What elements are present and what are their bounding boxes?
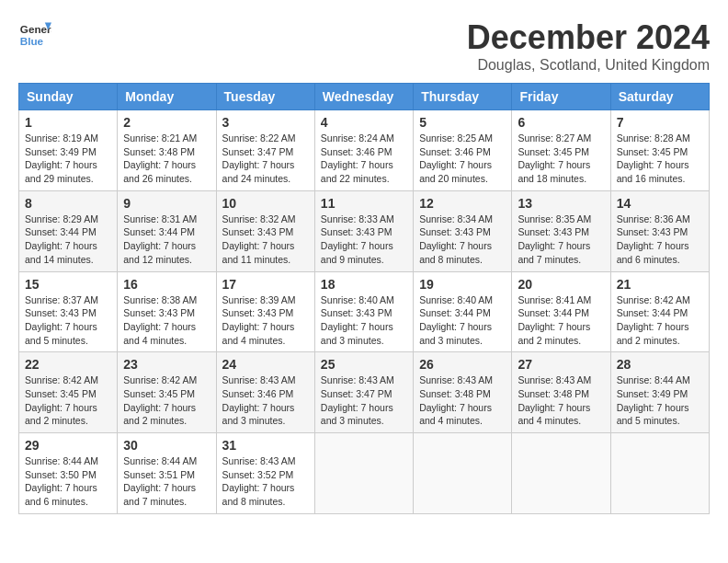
- calendar-cell: [314, 433, 413, 514]
- cell-info: Sunrise: 8:27 AMSunset: 3:45 PMDaylight:…: [518, 132, 591, 184]
- cell-info: Sunrise: 8:44 AMSunset: 3:50 PMDaylight:…: [25, 455, 98, 507]
- calendar-cell: 8 Sunrise: 8:29 AMSunset: 3:44 PMDayligh…: [19, 190, 118, 271]
- calendar-cell: 23 Sunrise: 8:42 AMSunset: 3:45 PMDaylig…: [118, 352, 216, 433]
- cell-info: Sunrise: 8:19 AMSunset: 3:49 PMDaylight:…: [25, 132, 98, 184]
- calendar-table: SundayMondayTuesdayWednesdayThursdayFrid…: [18, 83, 710, 514]
- cell-info: Sunrise: 8:40 AMSunset: 3:43 PMDaylight:…: [321, 294, 394, 346]
- calendar-cell: 29 Sunrise: 8:44 AMSunset: 3:50 PMDaylig…: [19, 433, 118, 514]
- weekday-header-row: SundayMondayTuesdayWednesdayThursdayFrid…: [19, 84, 710, 110]
- day-number: 22: [25, 357, 111, 372]
- calendar-cell: 30 Sunrise: 8:44 AMSunset: 3:51 PMDaylig…: [118, 433, 216, 514]
- calendar-cell: 25 Sunrise: 8:43 AMSunset: 3:47 PMDaylig…: [314, 352, 413, 433]
- calendar-cell: 3 Sunrise: 8:22 AMSunset: 3:47 PMDayligh…: [216, 110, 314, 191]
- cell-info: Sunrise: 8:22 AMSunset: 3:47 PMDaylight:…: [222, 132, 296, 184]
- calendar-cell: 21 Sunrise: 8:42 AMSunset: 3:44 PMDaylig…: [610, 271, 709, 352]
- weekday-header-friday: Friday: [512, 84, 610, 110]
- calendar-cell: 13 Sunrise: 8:35 AMSunset: 3:43 PMDaylig…: [512, 190, 610, 271]
- cell-info: Sunrise: 8:43 AMSunset: 3:46 PMDaylight:…: [222, 374, 296, 426]
- day-number: 2: [123, 115, 210, 130]
- calendar-cell: [610, 433, 709, 514]
- cell-info: Sunrise: 8:43 AMSunset: 3:52 PMDaylight:…: [222, 455, 296, 507]
- svg-text:Blue: Blue: [20, 35, 44, 47]
- calendar-cell: 24 Sunrise: 8:43 AMSunset: 3:46 PMDaylig…: [216, 352, 314, 433]
- cell-info: Sunrise: 8:33 AMSunset: 3:43 PMDaylight:…: [321, 213, 394, 265]
- day-number: 14: [617, 196, 703, 211]
- calendar-week-row: 22 Sunrise: 8:42 AMSunset: 3:45 PMDaylig…: [19, 352, 710, 433]
- calendar-cell: 17 Sunrise: 8:39 AMSunset: 3:43 PMDaylig…: [216, 271, 314, 352]
- day-number: 16: [123, 277, 210, 292]
- calendar-cell: 18 Sunrise: 8:40 AMSunset: 3:43 PMDaylig…: [314, 271, 413, 352]
- title-area: December 2024 Douglas, Scotland, United …: [467, 18, 710, 74]
- calendar-week-row: 29 Sunrise: 8:44 AMSunset: 3:50 PMDaylig…: [19, 433, 710, 514]
- cell-info: Sunrise: 8:34 AMSunset: 3:43 PMDaylight:…: [419, 213, 493, 265]
- day-number: 12: [419, 196, 506, 211]
- cell-info: Sunrise: 8:36 AMSunset: 3:43 PMDaylight:…: [617, 213, 690, 265]
- calendar-cell: 20 Sunrise: 8:41 AMSunset: 3:44 PMDaylig…: [512, 271, 610, 352]
- day-number: 29: [25, 438, 111, 453]
- day-number: 19: [419, 277, 506, 292]
- calendar-cell: 22 Sunrise: 8:42 AMSunset: 3:45 PMDaylig…: [19, 352, 118, 433]
- day-number: 6: [518, 115, 604, 130]
- calendar-cell: 10 Sunrise: 8:32 AMSunset: 3:43 PMDaylig…: [216, 190, 314, 271]
- weekday-header-thursday: Thursday: [414, 84, 512, 110]
- day-number: 7: [617, 115, 703, 130]
- calendar-cell: 27 Sunrise: 8:43 AMSunset: 3:48 PMDaylig…: [512, 352, 610, 433]
- cell-info: Sunrise: 8:42 AMSunset: 3:45 PMDaylight:…: [25, 374, 98, 426]
- cell-info: Sunrise: 8:43 AMSunset: 3:47 PMDaylight:…: [321, 374, 394, 426]
- logo-icon: General Blue: [18, 18, 51, 52]
- day-number: 25: [321, 357, 407, 372]
- day-number: 30: [123, 438, 210, 453]
- cell-info: Sunrise: 8:25 AMSunset: 3:46 PMDaylight:…: [419, 132, 493, 184]
- cell-info: Sunrise: 8:44 AMSunset: 3:49 PMDaylight:…: [617, 374, 690, 426]
- calendar-week-row: 8 Sunrise: 8:29 AMSunset: 3:44 PMDayligh…: [19, 190, 710, 271]
- logo: General Blue: [18, 18, 51, 52]
- cell-info: Sunrise: 8:42 AMSunset: 3:45 PMDaylight:…: [123, 374, 197, 426]
- day-number: 26: [419, 357, 506, 372]
- calendar-cell: 16 Sunrise: 8:38 AMSunset: 3:43 PMDaylig…: [118, 271, 216, 352]
- weekday-header-wednesday: Wednesday: [314, 84, 413, 110]
- calendar-cell: 12 Sunrise: 8:34 AMSunset: 3:43 PMDaylig…: [414, 190, 512, 271]
- day-number: 20: [518, 277, 604, 292]
- calendar-week-row: 1 Sunrise: 8:19 AMSunset: 3:49 PMDayligh…: [19, 110, 710, 191]
- day-number: 24: [222, 357, 309, 372]
- cell-info: Sunrise: 8:21 AMSunset: 3:48 PMDaylight:…: [123, 132, 197, 184]
- calendar-cell: 5 Sunrise: 8:25 AMSunset: 3:46 PMDayligh…: [414, 110, 512, 191]
- calendar-cell: 7 Sunrise: 8:28 AMSunset: 3:45 PMDayligh…: [610, 110, 709, 191]
- calendar-cell: 26 Sunrise: 8:43 AMSunset: 3:48 PMDaylig…: [414, 352, 512, 433]
- weekday-header-saturday: Saturday: [610, 84, 709, 110]
- weekday-header-monday: Monday: [118, 84, 216, 110]
- cell-info: Sunrise: 8:42 AMSunset: 3:44 PMDaylight:…: [617, 294, 690, 346]
- day-number: 3: [222, 115, 309, 130]
- weekday-header-sunday: Sunday: [19, 84, 118, 110]
- cell-info: Sunrise: 8:28 AMSunset: 3:45 PMDaylight:…: [617, 132, 690, 184]
- day-number: 13: [518, 196, 604, 211]
- cell-info: Sunrise: 8:43 AMSunset: 3:48 PMDaylight:…: [518, 374, 591, 426]
- cell-info: Sunrise: 8:38 AMSunset: 3:43 PMDaylight:…: [123, 294, 197, 346]
- cell-info: Sunrise: 8:29 AMSunset: 3:44 PMDaylight:…: [25, 213, 98, 265]
- cell-info: Sunrise: 8:39 AMSunset: 3:43 PMDaylight:…: [222, 294, 296, 346]
- header: General Blue December 2024 Douglas, Scot…: [18, 18, 710, 74]
- cell-info: Sunrise: 8:24 AMSunset: 3:46 PMDaylight:…: [321, 132, 394, 184]
- calendar-cell: 31 Sunrise: 8:43 AMSunset: 3:52 PMDaylig…: [216, 433, 314, 514]
- day-number: 18: [321, 277, 407, 292]
- cell-info: Sunrise: 8:43 AMSunset: 3:48 PMDaylight:…: [419, 374, 493, 426]
- day-number: 15: [25, 277, 111, 292]
- cell-info: Sunrise: 8:40 AMSunset: 3:44 PMDaylight:…: [419, 294, 493, 346]
- month-title: December 2024: [467, 18, 710, 57]
- calendar-cell: 28 Sunrise: 8:44 AMSunset: 3:49 PMDaylig…: [610, 352, 709, 433]
- calendar-cell: 1 Sunrise: 8:19 AMSunset: 3:49 PMDayligh…: [19, 110, 118, 191]
- calendar-cell: 15 Sunrise: 8:37 AMSunset: 3:43 PMDaylig…: [19, 271, 118, 352]
- calendar-week-row: 15 Sunrise: 8:37 AMSunset: 3:43 PMDaylig…: [19, 271, 710, 352]
- calendar-cell: [512, 433, 610, 514]
- day-number: 4: [321, 115, 407, 130]
- day-number: 27: [518, 357, 604, 372]
- day-number: 21: [617, 277, 703, 292]
- calendar-cell: 9 Sunrise: 8:31 AMSunset: 3:44 PMDayligh…: [118, 190, 216, 271]
- cell-info: Sunrise: 8:35 AMSunset: 3:43 PMDaylight:…: [518, 213, 591, 265]
- cell-info: Sunrise: 8:44 AMSunset: 3:51 PMDaylight:…: [123, 455, 197, 507]
- calendar-cell: 6 Sunrise: 8:27 AMSunset: 3:45 PMDayligh…: [512, 110, 610, 191]
- cell-info: Sunrise: 8:37 AMSunset: 3:43 PMDaylight:…: [25, 294, 98, 346]
- day-number: 9: [123, 196, 210, 211]
- day-number: 31: [222, 438, 309, 453]
- calendar-cell: 14 Sunrise: 8:36 AMSunset: 3:43 PMDaylig…: [610, 190, 709, 271]
